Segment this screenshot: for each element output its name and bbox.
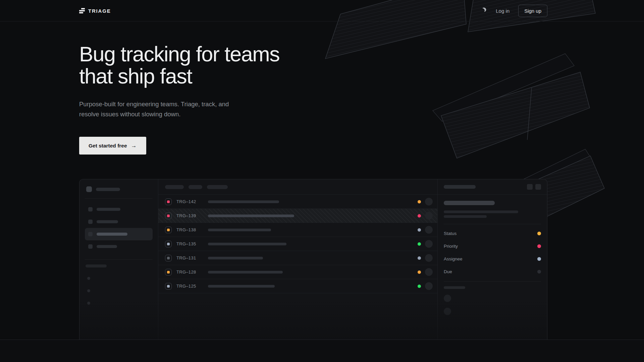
issue-status-dot bbox=[418, 285, 421, 288]
issue-status-dot bbox=[418, 214, 421, 218]
sidebar-item[interactable] bbox=[85, 203, 153, 216]
property-value-dot bbox=[537, 270, 541, 274]
divider bbox=[85, 259, 153, 260]
nav-actions: Log in Sign up bbox=[480, 5, 547, 17]
triage-logo-icon bbox=[79, 8, 85, 13]
issue-title-skeleton bbox=[208, 271, 283, 274]
sidebar-dot bbox=[87, 289, 90, 292]
issue-row[interactable]: TRG–142 bbox=[158, 195, 437, 209]
avatar bbox=[425, 254, 433, 262]
login-button[interactable]: Log in bbox=[496, 8, 509, 14]
issue-rows: TRG–142TRG–139TRG–138TRG–135TRG–131TRG–1… bbox=[158, 195, 437, 293]
sidebar-dot bbox=[87, 302, 90, 305]
skeleton-pill bbox=[86, 264, 107, 267]
hero-heading-line2: that ship fast bbox=[79, 64, 192, 88]
property-rows: StatusPriorityAssigneeDue bbox=[444, 227, 541, 278]
divider bbox=[444, 224, 541, 224]
sidebar-dot bbox=[87, 277, 90, 280]
skeleton-pill bbox=[444, 215, 487, 218]
issue-row[interactable]: TRG–138 bbox=[158, 223, 437, 237]
issue-id: TRG–135 bbox=[176, 241, 199, 246]
workspace-icon bbox=[86, 186, 92, 192]
filter-tab-skeleton[interactable] bbox=[165, 185, 184, 189]
skeleton-pill bbox=[444, 185, 476, 189]
property-row-assignee[interactable]: Assignee bbox=[444, 252, 541, 265]
issue-status-dot bbox=[418, 270, 421, 274]
skeleton-pill bbox=[97, 208, 120, 211]
arrow-right-icon: → bbox=[131, 142, 137, 149]
skeleton-pill bbox=[444, 286, 465, 289]
filter-tab-skeleton[interactable] bbox=[189, 185, 202, 189]
skeleton-pill bbox=[97, 220, 118, 223]
get-started-button[interactable]: Get started free → bbox=[79, 137, 146, 155]
property-row-status[interactable]: Status bbox=[444, 227, 541, 240]
panel-action-button[interactable] bbox=[535, 184, 541, 190]
issue-row[interactable]: TRG–131 bbox=[158, 251, 437, 265]
issue-row[interactable]: TRG–128 bbox=[158, 265, 437, 279]
footer bbox=[0, 340, 644, 362]
property-value-dot bbox=[537, 257, 541, 261]
avatar bbox=[425, 198, 433, 205]
skeleton-pill bbox=[97, 245, 117, 248]
property-row-due[interactable]: Due bbox=[444, 265, 541, 278]
avatar bbox=[425, 212, 433, 220]
property-label: Priority bbox=[444, 244, 458, 249]
hero-heading-line1: Bug tracking for teams bbox=[79, 42, 279, 66]
issue-row[interactable]: TRG–135 bbox=[158, 237, 437, 251]
issue-row[interactable]: TRG–139 bbox=[158, 209, 437, 223]
detail-panel-body: StatusPriorityAssigneeDue bbox=[438, 195, 547, 315]
issue-status-icon bbox=[165, 269, 172, 276]
sidebar-item-active[interactable] bbox=[85, 228, 153, 240]
signup-button[interactable]: Sign up bbox=[518, 5, 547, 17]
hero-section: Bug tracking for teams that ship fast Pu… bbox=[79, 21, 547, 343]
issue-list-header bbox=[158, 179, 437, 195]
workspace-switcher[interactable] bbox=[85, 184, 153, 194]
issue-title-skeleton bbox=[208, 215, 294, 217]
issue-status-dot bbox=[418, 256, 421, 260]
sidebar-item-icon bbox=[88, 207, 93, 212]
property-label: Due bbox=[444, 269, 452, 274]
issue-status-icon bbox=[165, 255, 172, 261]
sidebar-item-icon bbox=[88, 220, 93, 224]
filter-tab-skeleton[interactable] bbox=[207, 185, 228, 189]
brand-logo[interactable]: TRIAGE bbox=[79, 8, 111, 14]
divider bbox=[85, 198, 153, 199]
property-label: Status bbox=[444, 231, 457, 236]
issue-id: TRG–131 bbox=[176, 255, 199, 260]
skeleton-pill bbox=[97, 233, 127, 236]
skeleton-pill bbox=[444, 210, 518, 213]
mockup-sidebar bbox=[79, 179, 158, 343]
sidebar-item[interactable] bbox=[85, 240, 153, 253]
panel-action-button[interactable] bbox=[527, 184, 533, 190]
sidebar-item-icon bbox=[88, 232, 93, 236]
issue-status-icon bbox=[165, 213, 172, 219]
issue-id: TRG–139 bbox=[176, 213, 199, 218]
property-row-priority[interactable]: Priority bbox=[444, 240, 541, 252]
issue-row[interactable]: TRG–125 bbox=[158, 279, 437, 293]
avatar bbox=[425, 226, 433, 234]
issue-title-skeleton bbox=[208, 200, 279, 203]
issue-id: TRG–142 bbox=[176, 199, 199, 204]
issue-title-skeleton bbox=[208, 285, 275, 288]
theme-toggle-button[interactable] bbox=[480, 7, 487, 14]
issue-status-icon bbox=[165, 283, 172, 290]
hero-heading: Bug tracking for teams that ship fast bbox=[79, 43, 547, 87]
issue-title-skeleton bbox=[208, 229, 271, 231]
property-label: Assignee bbox=[444, 256, 463, 261]
issue-status-dot bbox=[418, 200, 421, 203]
issue-id: TRG–138 bbox=[176, 227, 199, 232]
property-value-dot bbox=[537, 244, 541, 248]
property-value-dot bbox=[537, 232, 541, 235]
issue-status-dot bbox=[418, 242, 421, 246]
issue-status-icon bbox=[165, 241, 172, 247]
skeleton-pill bbox=[96, 188, 120, 191]
sidebar-item[interactable] bbox=[85, 216, 153, 228]
brand-name: TRIAGE bbox=[88, 8, 111, 14]
panel-actions bbox=[527, 184, 541, 190]
issue-status-dot bbox=[418, 228, 421, 232]
get-started-label: Get started free bbox=[89, 143, 127, 149]
issue-id: TRG–125 bbox=[176, 284, 199, 289]
avatar bbox=[425, 282, 433, 290]
detail-panel-header bbox=[438, 179, 547, 195]
sidebar-item-icon bbox=[88, 244, 93, 249]
